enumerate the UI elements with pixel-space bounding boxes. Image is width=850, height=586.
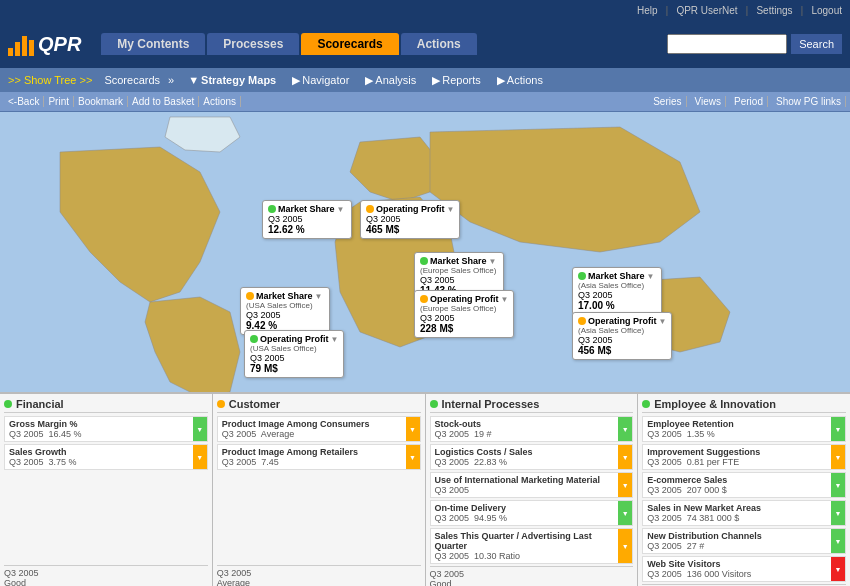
tab-actions[interactable]: Actions (401, 33, 477, 55)
customer-footer: Q3 2005 Average (217, 565, 421, 586)
top-bar: Help | QPR UserNet | Settings | Logout (0, 0, 850, 20)
kpi-bar-marketing: ▼ (618, 473, 632, 497)
kpi-sales-advertising[interactable]: Sales This Quarter / Advertising Last Qu… (430, 528, 634, 564)
period-link[interactable]: Period (730, 96, 768, 107)
map-area: Market Share▼ Q3 2005 12.62 % Operating … (0, 112, 850, 392)
kpi-card-market-share-main[interactable]: Market Share▼ Q3 2005 12.62 % (262, 200, 352, 239)
tab-scorecards[interactable]: Scorecards (301, 33, 398, 55)
kpi-marketing-material[interactable]: Use of International Marketing Material … (430, 472, 634, 498)
kpi-card-op-profit-asia[interactable]: Operating Profit▼ (Asia Sales Office) Q3… (572, 312, 672, 360)
back-button[interactable]: <-Back (4, 96, 44, 107)
kpi-bar-sales-adv: ▼ (618, 529, 632, 563)
internal-footer: Q3 2005 Good (430, 566, 634, 586)
kpi-new-distribution[interactable]: New Distribution Channels Q3 2005 27 # ▼ (642, 528, 846, 554)
subnav-reports[interactable]: ▶ Reports (426, 73, 487, 88)
sec-nav-right: Series Views Period Show PG links (649, 96, 846, 107)
subnav-analysis[interactable]: ▶ Analysis (359, 73, 422, 88)
logout-link[interactable]: Logout (811, 5, 842, 16)
kpi-bar-retention: ▼ (831, 417, 845, 441)
kpi-website-visitors[interactable]: Web Site Visitors Q3 2005 136 000 Visito… (642, 556, 846, 582)
main-nav: My Contents Processes Scorecards Actions (101, 33, 667, 55)
financial-footer: Q3 2005 Good (4, 565, 208, 586)
kpi-bar-distribution: ▼ (831, 529, 845, 553)
panel-internal: Internal Processes Stock-outs Q3 2005 19… (426, 394, 639, 586)
kpi-card-market-share-asia[interactable]: Market Share▼ (Asia Sales Office) Q3 200… (572, 267, 662, 315)
logo: QPR (8, 32, 81, 56)
panel-employee: Employee & Innovation Employee Retention… (638, 394, 850, 586)
tab-processes[interactable]: Processes (207, 33, 299, 55)
kpi-product-image-consumers[interactable]: Product Image Among Consumers Q3 2005 Av… (217, 416, 421, 442)
actions-button[interactable]: Actions (199, 96, 241, 107)
kpi-card-op-profit-usa[interactable]: Operating Profit▼ (USA Sales Office) Q3 … (244, 330, 344, 378)
views-link[interactable]: Views (691, 96, 727, 107)
kpi-bar-stock: ▼ (618, 417, 632, 441)
top-bar-links: Help | QPR UserNet | Settings | Logout (637, 4, 842, 16)
scorecard-area: Financial Gross Margin % Q3 2005 16.45 %… (0, 392, 850, 586)
kpi-bar-yellow: ▼ (193, 445, 207, 469)
kpi-card-op-profit-europe[interactable]: Operating Profit▼ (Europe Sales Office) … (414, 290, 514, 338)
kpi-bar-green: ▼ (193, 417, 207, 441)
kpi-bar-visitors: ▼ (831, 557, 845, 581)
kpi-card-operating-profit-main[interactable]: Operating Profit▼ Q3 2005 465 M$ (360, 200, 460, 239)
help-link[interactable]: Help (637, 5, 658, 16)
add-to-basket-button[interactable]: Add to Basket (128, 96, 199, 107)
kpi-bar-suggestions: ▼ (831, 445, 845, 469)
search-input[interactable] (667, 34, 787, 54)
show-tree[interactable]: >> Show Tree >> (8, 74, 92, 86)
kpi-card-market-share-usa[interactable]: Market Share▼ (USA Sales Office) Q3 2005… (240, 287, 330, 335)
kpi-on-time-delivery[interactable]: On-time Delivery Q3 2005 94.95 % ▼ (430, 500, 634, 526)
kpi-bar-new-markets: ▼ (831, 501, 845, 525)
kpi-ecommerce-sales[interactable]: E-commerce Sales Q3 2005 207 000 $ ▼ (642, 472, 846, 498)
kpi-bar-consumer: ▼ (406, 417, 420, 441)
breadcrumb: Scorecards (104, 74, 160, 86)
kpi-employee-retention[interactable]: Employee Retention Q3 2005 1.35 % ▼ (642, 416, 846, 442)
subnav-navigator[interactable]: ▶ Navigator (286, 73, 355, 88)
sec-nav: <-Back Print Bookmark Add to Basket Acti… (0, 92, 850, 112)
kpi-improvement-suggestions[interactable]: Improvement Suggestions Q3 2005 0.81 per… (642, 444, 846, 470)
series-link[interactable]: Series (649, 96, 686, 107)
tab-my-contents[interactable]: My Contents (101, 33, 205, 55)
kpi-bar-ecommerce: ▼ (831, 473, 845, 497)
panel-financial: Financial Gross Margin % Q3 2005 16.45 %… (0, 394, 213, 586)
kpi-stock-outs[interactable]: Stock-outs Q3 2005 19 # ▼ (430, 416, 634, 442)
subnav-actions[interactable]: ▶ Actions (491, 73, 549, 88)
kpi-bar-logistics: ▼ (618, 445, 632, 469)
subnav-strategy-maps[interactable]: ▼ Strategy Maps (182, 73, 282, 87)
qpr-userNet-link[interactable]: QPR UserNet (676, 5, 737, 16)
header: QPR My Contents Processes Scorecards Act… (0, 20, 850, 68)
settings-link[interactable]: Settings (756, 5, 792, 16)
kpi-sales-growth[interactable]: Sales Growth Q3 2005 3.75 % ▼ (4, 444, 208, 470)
kpi-sales-new-markets[interactable]: Sales in New Market Areas Q3 2005 74 381… (642, 500, 846, 526)
kpi-product-image-retailers[interactable]: Product Image Among Retailers Q3 2005 7.… (217, 444, 421, 470)
sub-nav: >> Show Tree >> Scorecards » ▼ Strategy … (0, 68, 850, 92)
bookmark-button[interactable]: Bookmark (74, 96, 128, 107)
kpi-logistics-costs[interactable]: Logistics Costs / Sales Q3 2005 22.83 % … (430, 444, 634, 470)
logo-icon (8, 32, 34, 56)
print-button[interactable]: Print (44, 96, 74, 107)
show-pg-links[interactable]: Show PG links (772, 96, 846, 107)
kpi-gross-margin[interactable]: Gross Margin % Q3 2005 16.45 % ▼ (4, 416, 208, 442)
search-area: Search (667, 34, 842, 54)
kpi-bar-delivery: ▼ (618, 501, 632, 525)
kpi-bar-retailers: ▼ (406, 445, 420, 469)
panel-customer: Customer Product Image Among Consumers Q… (213, 394, 426, 586)
search-button[interactable]: Search (791, 34, 842, 54)
logo-text: QPR (38, 33, 81, 56)
